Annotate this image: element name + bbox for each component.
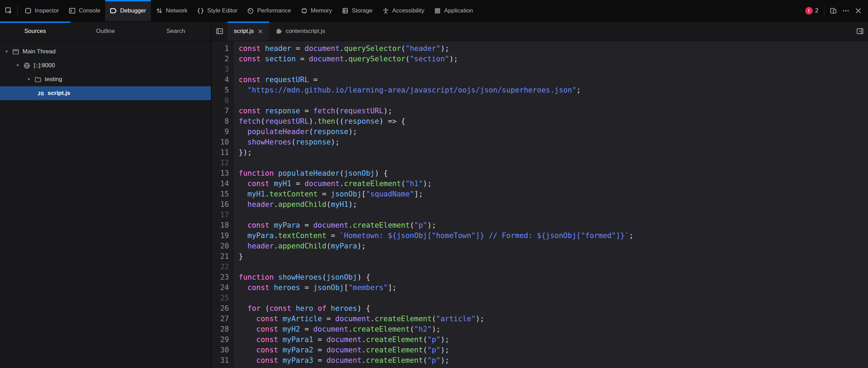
tab-memory[interactable]: Memory (296, 0, 337, 21)
code-line[interactable] (234, 262, 239, 272)
responsive-design-mode-icon[interactable] (830, 7, 837, 14)
code-line[interactable] (234, 64, 239, 75)
code-line-row: 6 (212, 95, 868, 106)
code-line-row: 17 (212, 210, 868, 220)
tree-item-main-thread[interactable]: Main Thread (0, 45, 211, 59)
line-number[interactable]: 12 (212, 158, 234, 168)
line-number[interactable]: 6 (212, 95, 234, 106)
tabbar-spacer (331, 21, 852, 41)
code-line[interactable] (234, 210, 239, 220)
collapse-sources-panel-button[interactable] (212, 21, 228, 41)
line-number[interactable]: 17 (212, 210, 234, 220)
line-number[interactable]: 2 (212, 54, 234, 64)
line-number[interactable]: 8 (212, 116, 234, 126)
sidebar-tab-outline[interactable]: Outline (70, 21, 141, 41)
code-line[interactable]: showHeroes(response); (234, 137, 340, 147)
code-line[interactable]: for (const hero of heroes) { (234, 303, 370, 314)
code-line[interactable]: const myArticle = document.createElement… (234, 314, 484, 324)
code-line[interactable]: function showHeroes(jsonObj) { (234, 272, 370, 282)
code-line[interactable]: const response = fetch(requestURL); (234, 106, 392, 116)
line-number[interactable]: 21 (212, 251, 234, 262)
line-number[interactable]: 28 (212, 324, 234, 334)
code-line[interactable]: } (234, 251, 243, 262)
source-tab-contentscript.js[interactable]: contentscript.js (269, 21, 331, 41)
code-line[interactable]: const myPara3 = document.createElement("… (234, 355, 449, 366)
tab-storage[interactable]: Storage (337, 0, 377, 21)
line-number[interactable]: 3 (212, 64, 234, 75)
sidebar-tab-sources[interactable]: Sources (0, 21, 70, 41)
code-line-row: 22 (212, 262, 868, 272)
source-tab-script.js[interactable]: script.js (228, 21, 269, 41)
line-number[interactable]: 4 (212, 75, 234, 85)
sidebar-tab-search[interactable]: Search (141, 21, 211, 41)
expander-caret-icon[interactable] (4, 49, 9, 54)
line-number[interactable]: 23 (212, 272, 234, 282)
line-number[interactable]: 19 (212, 230, 234, 241)
tab-application[interactable]: Application (429, 0, 478, 21)
line-number[interactable]: 7 (212, 106, 234, 116)
meatball-menu-icon[interactable] (842, 7, 849, 14)
code-line-row: 20 header.appendChild(myPara); (212, 241, 868, 251)
code-line[interactable]: const myH2 = document.createElement("h2"… (234, 324, 441, 334)
line-number[interactable]: 30 (212, 345, 234, 355)
code-line[interactable]: "https://mdn.github.io/learning-area/jav… (234, 85, 581, 95)
code-line-row: 11}); (212, 147, 868, 158)
tab-debugger[interactable]: Debugger (105, 0, 151, 21)
line-number[interactable]: 24 (212, 282, 234, 293)
close-tab-icon[interactable] (258, 29, 263, 34)
tab-network[interactable]: Network (151, 0, 192, 21)
code-line[interactable] (234, 95, 239, 106)
line-number[interactable]: 22 (212, 262, 234, 272)
tree-item-script.js[interactable]: JSscript.js (0, 86, 211, 100)
pick-element-button[interactable] (0, 0, 17, 21)
tree-item--8000[interactable]: [::]:8000 (0, 59, 211, 72)
tab-label: Application (444, 7, 473, 14)
code-line[interactable]: myH1.textContent = jsonObj["squadName"]; (234, 189, 423, 199)
code-line[interactable]: }); (234, 147, 252, 158)
expander-caret-icon[interactable] (15, 63, 20, 68)
close-devtools-icon[interactable] (855, 7, 862, 14)
accessibility-icon (382, 7, 389, 14)
tab-style-editor[interactable]: Style Editor (192, 0, 242, 21)
tab-accessibility[interactable]: Accessibility (377, 0, 429, 21)
code-line[interactable]: populateHeader(response); (234, 126, 357, 137)
line-number[interactable]: 27 (212, 314, 234, 324)
tab-performance[interactable]: Performance (242, 0, 296, 21)
line-number[interactable]: 14 (212, 178, 234, 189)
expand-debugger-panel-button[interactable] (852, 21, 868, 41)
line-number[interactable]: 20 (212, 241, 234, 251)
code-line[interactable]: const requestURL = (234, 75, 318, 85)
code-line[interactable]: myPara.textContent = `Hometown: ${jsonOb… (234, 230, 633, 241)
code-line[interactable]: const myPara2 = document.createElement("… (234, 345, 449, 355)
code-line[interactable]: const section = document.querySelector("… (234, 54, 458, 64)
line-number[interactable]: 18 (212, 220, 234, 230)
code-line[interactable]: const header = document.querySelector("h… (234, 43, 449, 54)
tree-item-testing[interactable]: testing (0, 72, 211, 86)
line-number[interactable]: 10 (212, 137, 234, 147)
code-line[interactable]: header.appendChild(myPara); (234, 241, 366, 251)
code-line[interactable] (234, 293, 239, 303)
line-number[interactable]: 5 (212, 85, 234, 95)
line-number[interactable]: 1 (212, 43, 234, 54)
line-number[interactable]: 15 (212, 189, 234, 199)
line-number[interactable]: 13 (212, 168, 234, 178)
line-number[interactable]: 25 (212, 293, 234, 303)
line-number[interactable]: 9 (212, 126, 234, 137)
line-number[interactable]: 29 (212, 334, 234, 345)
line-number[interactable]: 26 (212, 303, 234, 314)
error-badge[interactable]: ! 2 (805, 7, 818, 15)
line-number[interactable]: 16 (212, 199, 234, 210)
code-line[interactable]: header.appendChild(myH1); (234, 199, 357, 210)
code-line[interactable]: fetch(requestURL).then((response) => { (234, 116, 406, 126)
expander-caret-icon[interactable] (26, 77, 31, 82)
tab-console[interactable]: Console (64, 0, 105, 21)
code-line[interactable]: const myPara = document.createElement("p… (234, 220, 436, 230)
code-line[interactable]: const myPara1 = document.createElement("… (234, 334, 449, 345)
code-line[interactable] (234, 158, 239, 168)
line-number[interactable]: 31 (212, 355, 234, 366)
code-line[interactable]: const myH1 = document.createElement("h1"… (234, 178, 432, 189)
code-line[interactable]: function populateHeader(jsonObj) { (234, 168, 388, 178)
tab-inspector[interactable]: Inspector (20, 0, 64, 21)
line-number[interactable]: 11 (212, 147, 234, 158)
code-line[interactable]: const heroes = jsonObj["members"]; (234, 282, 397, 293)
